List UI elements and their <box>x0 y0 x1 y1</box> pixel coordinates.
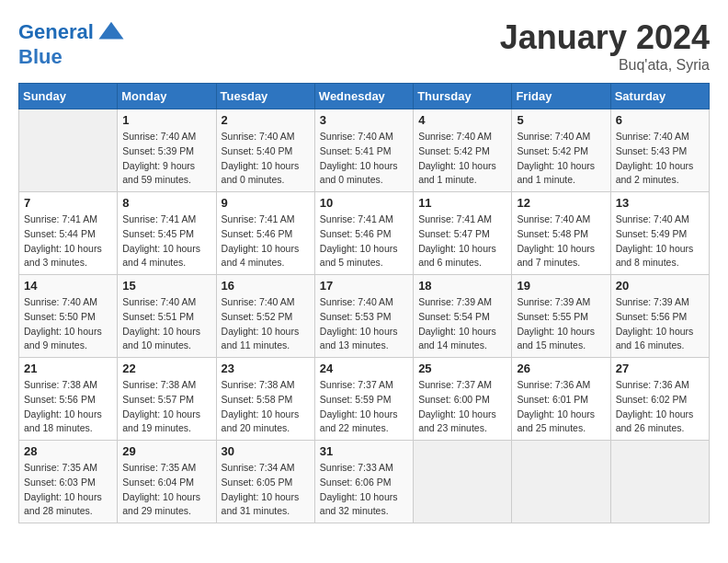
day-number: 27 <box>616 362 704 375</box>
calendar-cell <box>512 441 610 523</box>
day-number: 19 <box>517 279 605 293</box>
calendar-cell: 4Sunrise: 7:40 AMSunset: 5:42 PMDaylight… <box>414 109 512 192</box>
day-info: Sunrise: 7:41 AMSunset: 5:47 PMDaylight:… <box>418 213 506 270</box>
calendar-cell: 20Sunrise: 7:39 AMSunset: 5:56 PMDayligh… <box>610 275 709 358</box>
calendar-cell: 22Sunrise: 7:38 AMSunset: 5:57 PMDayligh… <box>118 358 216 441</box>
calendar-cell: 27Sunrise: 7:36 AMSunset: 6:02 PMDayligh… <box>610 358 709 441</box>
calendar-cell: 17Sunrise: 7:40 AMSunset: 5:53 PMDayligh… <box>314 275 413 358</box>
day-info: Sunrise: 7:33 AMSunset: 6:06 PMDaylight:… <box>320 461 408 519</box>
day-info: Sunrise: 7:40 AMSunset: 5:48 PMDaylight:… <box>517 213 605 270</box>
day-number: 18 <box>418 279 506 293</box>
calendar-cell: 2Sunrise: 7:40 AMSunset: 5:40 PMDaylight… <box>216 109 314 192</box>
calendar-cell: 25Sunrise: 7:37 AMSunset: 6:00 PMDayligh… <box>414 358 512 441</box>
day-info: Sunrise: 7:38 AMSunset: 5:56 PMDaylight:… <box>24 378 112 436</box>
calendar-cell: 3Sunrise: 7:40 AMSunset: 5:41 PMDaylight… <box>314 109 413 192</box>
day-number: 6 <box>616 113 704 127</box>
day-info: Sunrise: 7:40 AMSunset: 5:50 PMDaylight:… <box>24 295 112 353</box>
day-number: 15 <box>122 279 210 293</box>
month-title: January 2024 <box>500 18 710 57</box>
day-info: Sunrise: 7:40 AMSunset: 5:41 PMDaylight:… <box>320 130 408 188</box>
logo-blue: Blue <box>18 46 125 68</box>
day-info: Sunrise: 7:41 AMSunset: 5:46 PMDaylight:… <box>222 213 310 270</box>
calendar-header-row: SundayMondayTuesdayWednesdayThursdayFrid… <box>19 84 710 109</box>
day-number: 11 <box>418 196 506 210</box>
calendar-cell <box>610 441 709 523</box>
day-number: 3 <box>320 113 408 127</box>
logo: General Blue <box>18 18 125 68</box>
day-number: 10 <box>320 196 408 210</box>
calendar-cell: 28Sunrise: 7:35 AMSunset: 6:03 PMDayligh… <box>19 441 118 523</box>
day-info: Sunrise: 7:40 AMSunset: 5:43 PMDaylight:… <box>616 130 704 188</box>
calendar-week-row: 28Sunrise: 7:35 AMSunset: 6:03 PMDayligh… <box>19 441 710 523</box>
day-info: Sunrise: 7:39 AMSunset: 5:55 PMDaylight:… <box>517 295 605 353</box>
calendar-body: 1Sunrise: 7:40 AMSunset: 5:39 PMDaylight… <box>19 109 710 523</box>
calendar-cell: 19Sunrise: 7:39 AMSunset: 5:55 PMDayligh… <box>512 275 610 358</box>
day-info: Sunrise: 7:40 AMSunset: 5:42 PMDaylight:… <box>517 130 605 188</box>
day-number: 23 <box>222 362 310 375</box>
calendar-cell: 7Sunrise: 7:41 AMSunset: 5:44 PMDaylight… <box>19 192 118 275</box>
logo-text: General <box>18 21 94 43</box>
weekday-header: Saturday <box>610 84 709 109</box>
calendar-table: SundayMondayTuesdayWednesdayThursdayFrid… <box>18 83 710 523</box>
day-info: Sunrise: 7:40 AMSunset: 5:49 PMDaylight:… <box>616 213 704 270</box>
day-number: 13 <box>616 196 704 210</box>
day-info: Sunrise: 7:38 AMSunset: 5:57 PMDaylight:… <box>122 378 210 436</box>
day-number: 24 <box>320 362 408 375</box>
location: Buq'ata, Syria <box>500 57 710 74</box>
calendar-week-row: 14Sunrise: 7:40 AMSunset: 5:50 PMDayligh… <box>19 275 710 358</box>
day-number: 22 <box>122 362 210 375</box>
calendar-cell: 23Sunrise: 7:38 AMSunset: 5:58 PMDayligh… <box>216 358 314 441</box>
calendar-cell: 6Sunrise: 7:40 AMSunset: 5:43 PMDaylight… <box>610 109 709 192</box>
day-number: 31 <box>320 444 408 458</box>
day-number: 7 <box>24 196 112 210</box>
calendar-cell: 5Sunrise: 7:40 AMSunset: 5:42 PMDaylight… <box>512 109 610 192</box>
day-info: Sunrise: 7:35 AMSunset: 6:04 PMDaylight:… <box>122 461 210 519</box>
day-number: 2 <box>222 113 310 127</box>
day-number: 28 <box>24 444 112 458</box>
day-info: Sunrise: 7:37 AMSunset: 5:59 PMDaylight:… <box>320 378 408 436</box>
calendar-cell: 15Sunrise: 7:40 AMSunset: 5:51 PMDayligh… <box>118 275 216 358</box>
day-number: 12 <box>517 196 605 210</box>
weekday-header: Tuesday <box>216 84 314 109</box>
calendar-cell: 1Sunrise: 7:40 AMSunset: 5:39 PMDaylight… <box>118 109 216 192</box>
day-number: 16 <box>222 279 310 293</box>
weekday-header: Monday <box>118 84 216 109</box>
day-info: Sunrise: 7:40 AMSunset: 5:52 PMDaylight:… <box>222 295 310 353</box>
day-number: 17 <box>320 279 408 293</box>
day-info: Sunrise: 7:36 AMSunset: 6:02 PMDaylight:… <box>616 378 704 436</box>
day-info: Sunrise: 7:34 AMSunset: 6:05 PMDaylight:… <box>222 461 310 519</box>
logo-icon <box>97 18 125 46</box>
day-number: 1 <box>122 113 210 127</box>
calendar-cell <box>19 109 118 192</box>
calendar-cell: 9Sunrise: 7:41 AMSunset: 5:46 PMDaylight… <box>216 192 314 275</box>
day-info: Sunrise: 7:40 AMSunset: 5:39 PMDaylight:… <box>122 130 210 188</box>
day-number: 21 <box>24 362 112 375</box>
day-number: 25 <box>418 362 506 375</box>
calendar-cell <box>414 441 512 523</box>
calendar-cell: 16Sunrise: 7:40 AMSunset: 5:52 PMDayligh… <box>216 275 314 358</box>
page-header: General Blue January 2024 Buq'ata, Syria <box>18 18 710 74</box>
calendar-cell: 13Sunrise: 7:40 AMSunset: 5:49 PMDayligh… <box>610 192 709 275</box>
day-info: Sunrise: 7:40 AMSunset: 5:53 PMDaylight:… <box>320 295 408 353</box>
weekday-header: Wednesday <box>314 84 413 109</box>
calendar-cell: 10Sunrise: 7:41 AMSunset: 5:46 PMDayligh… <box>314 192 413 275</box>
day-number: 4 <box>418 113 506 127</box>
title-block: January 2024 Buq'ata, Syria <box>500 18 710 74</box>
day-info: Sunrise: 7:40 AMSunset: 5:40 PMDaylight:… <box>222 130 310 188</box>
calendar-cell: 18Sunrise: 7:39 AMSunset: 5:54 PMDayligh… <box>414 275 512 358</box>
calendar-cell: 14Sunrise: 7:40 AMSunset: 5:50 PMDayligh… <box>19 275 118 358</box>
calendar-cell: 29Sunrise: 7:35 AMSunset: 6:04 PMDayligh… <box>118 441 216 523</box>
day-number: 20 <box>616 279 704 293</box>
day-info: Sunrise: 7:39 AMSunset: 5:54 PMDaylight:… <box>418 295 506 353</box>
calendar-cell: 8Sunrise: 7:41 AMSunset: 5:45 PMDaylight… <box>118 192 216 275</box>
day-info: Sunrise: 7:36 AMSunset: 6:01 PMDaylight:… <box>517 378 605 436</box>
day-info: Sunrise: 7:40 AMSunset: 5:51 PMDaylight:… <box>122 295 210 353</box>
calendar-cell: 26Sunrise: 7:36 AMSunset: 6:01 PMDayligh… <box>512 358 610 441</box>
calendar-cell: 30Sunrise: 7:34 AMSunset: 6:05 PMDayligh… <box>216 441 314 523</box>
weekday-header: Sunday <box>19 84 118 109</box>
weekday-header: Friday <box>512 84 610 109</box>
day-number: 26 <box>517 362 605 375</box>
day-info: Sunrise: 7:41 AMSunset: 5:44 PMDaylight:… <box>24 213 112 270</box>
day-number: 5 <box>517 113 605 127</box>
day-number: 30 <box>222 444 310 458</box>
